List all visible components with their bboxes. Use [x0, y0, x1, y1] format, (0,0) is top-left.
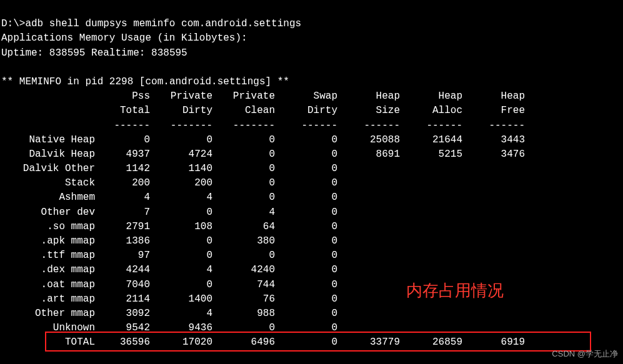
- row-label: .dex mmap: [1, 263, 95, 277]
- pid-value: 2298: [109, 76, 133, 87]
- row-label: Stack: [1, 176, 95, 190]
- watermark-text: CSDN @学无止净: [552, 348, 618, 360]
- row-label: .so mmap: [1, 220, 95, 234]
- terminal-output: D:\>adb shell dumpsys meminfo com.androi…: [0, 0, 623, 353]
- table-row: Other mmap309249880: [1, 307, 622, 321]
- meminfo-prefix: ** MEMINFO in pid: [1, 76, 103, 87]
- table-row: Native Heap000025088216443443: [1, 133, 622, 147]
- package-name: com.android.settings: [145, 76, 265, 87]
- table-row: Dalvik Heap4937472400869152153476: [1, 147, 622, 162]
- table-row: .oat mmap704007440: [1, 278, 622, 292]
- row-label: Other dev: [1, 205, 95, 220]
- prompt-path: D:\>: [1, 18, 25, 29]
- row-label: .ttf mmap: [1, 248, 95, 263]
- row-label: Ashmem: [1, 190, 95, 205]
- row-label: .apk mmap: [1, 234, 95, 248]
- uptime-label: Uptime:: [1, 47, 43, 59]
- table-row: .apk mmap138603800: [1, 234, 622, 248]
- table-row: .so mmap2791108640: [1, 220, 622, 234]
- realtime-label: Realtime:: [91, 47, 145, 59]
- table-row: .dex mmap4244442400: [1, 263, 622, 277]
- row-label: Native Heap: [1, 133, 95, 147]
- table-row: Ashmem4400: [1, 190, 622, 205]
- row-label: Other mmap: [1, 307, 95, 321]
- table-row: .art mmap21141400760: [1, 292, 622, 307]
- row-label: Dalvik Other: [1, 162, 95, 176]
- uptime-value: 838595: [49, 47, 86, 59]
- apps-mem-header: Applications Memory Usage (in Kilobytes)…: [1, 32, 247, 44]
- row-label: .oat mmap: [1, 278, 95, 292]
- table-row: .ttf mmap97000: [1, 248, 622, 263]
- row-label: .art mmap: [1, 292, 95, 307]
- command-text: adb shell dumpsys meminfo com.android.se…: [25, 18, 301, 29]
- highlight-box-total: [45, 332, 591, 352]
- annotation-text: 内存占用情况: [406, 279, 504, 303]
- row-label: Dalvik Heap: [1, 147, 95, 162]
- table-row: Other dev7040: [1, 205, 622, 220]
- meminfo-table: Native Heap000025088216443443Dalvik Heap…: [1, 133, 622, 350]
- table-row: Stack20020000: [1, 176, 622, 190]
- table-row: Dalvik Other1142114000: [1, 162, 622, 176]
- realtime-value: 838595: [151, 47, 187, 59]
- col-pss: Pss: [95, 89, 150, 104]
